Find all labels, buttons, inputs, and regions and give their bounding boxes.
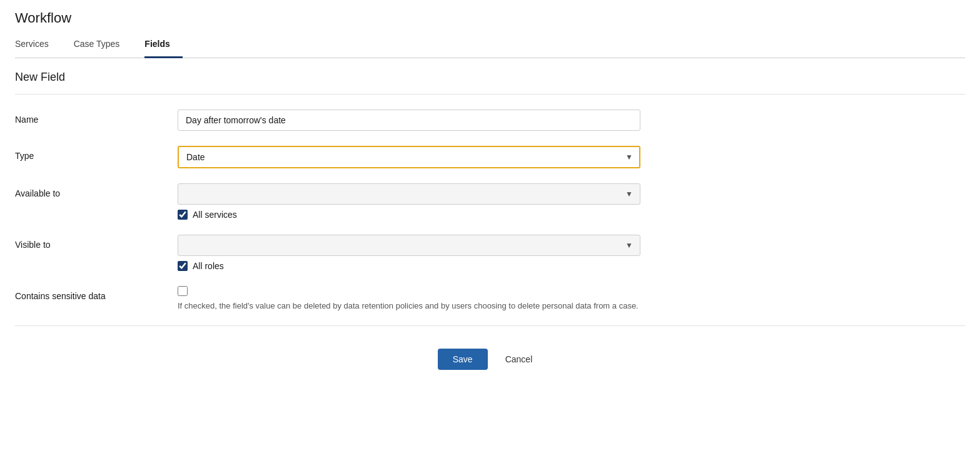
available-to-select-wrapper: ▼ — [178, 183, 640, 205]
available-to-select[interactable] — [178, 183, 640, 205]
tab-services[interactable]: Services — [15, 31, 61, 58]
sensitive-data-checkbox[interactable] — [178, 286, 188, 296]
type-row: Type Date Text Number Boolean ▼ — [15, 146, 965, 168]
all-roles-label[interactable]: All roles — [193, 261, 224, 271]
form-divider — [15, 325, 965, 326]
sensitive-data-field-wrap: If checked, the field's value can be del… — [178, 286, 640, 310]
all-services-checkbox[interactable] — [178, 210, 188, 220]
save-button[interactable]: Save — [438, 349, 488, 370]
sensitive-data-label: Contains sensitive data — [15, 286, 178, 301]
visible-to-row: Visible to ▼ All roles — [15, 235, 965, 271]
section-title: New Field — [15, 58, 965, 95]
type-label: Type — [15, 146, 178, 161]
type-field-wrap: Date Text Number Boolean ▼ — [178, 146, 640, 168]
sensitive-data-row: Contains sensitive data If checked, the … — [15, 286, 965, 310]
footer-actions: Save Cancel — [15, 341, 965, 377]
all-roles-row: All roles — [178, 261, 640, 271]
tab-case-types[interactable]: Case Types — [74, 31, 133, 58]
all-services-label[interactable]: All services — [193, 210, 237, 220]
all-roles-checkbox[interactable] — [178, 261, 188, 271]
available-to-label: Available to — [15, 183, 178, 198]
tab-fields[interactable]: Fields — [144, 31, 182, 58]
page-title: Workflow — [15, 10, 965, 26]
available-to-row: Available to ▼ All services — [15, 183, 965, 220]
sensitive-data-hint: If checked, the field's value can be del… — [178, 301, 640, 310]
visible-to-label: Visible to — [15, 235, 178, 250]
available-to-field-wrap: ▼ All services — [178, 183, 640, 220]
all-services-row: All services — [178, 210, 640, 220]
name-row: Name — [15, 110, 965, 131]
tabs-nav: Services Case Types Fields — [15, 31, 965, 58]
type-select[interactable]: Date Text Number Boolean — [178, 146, 640, 168]
name-field-wrap — [178, 110, 640, 131]
type-select-wrapper: Date Text Number Boolean ▼ — [178, 146, 640, 168]
name-label: Name — [15, 110, 178, 125]
sensitive-checkbox-row — [178, 286, 640, 296]
visible-to-select-wrapper: ▼ — [178, 235, 640, 256]
cancel-button[interactable]: Cancel — [495, 349, 543, 370]
visible-to-field-wrap: ▼ All roles — [178, 235, 640, 271]
name-input[interactable] — [178, 110, 640, 131]
visible-to-select[interactable] — [178, 235, 640, 256]
